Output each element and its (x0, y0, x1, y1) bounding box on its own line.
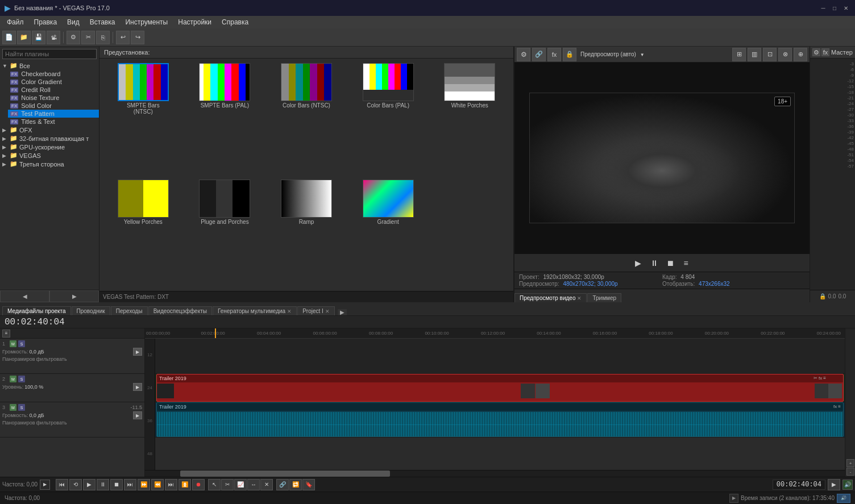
tab-project-close[interactable]: ✕ (325, 309, 330, 314)
tree-item-32bit[interactable]: ▶ 📁 32-битная плавающая т (0, 134, 99, 143)
menu-edit[interactable]: Правка (30, 17, 62, 27)
track-2-vol-btn[interactable]: ▶ (133, 383, 142, 391)
tree-item-titles-text[interactable]: FX Titles & Text (8, 118, 99, 126)
tree-back-button[interactable]: ◀ (0, 290, 49, 302)
audio-clip-menu[interactable]: ≡ (838, 404, 841, 410)
tree-item-checkerboard[interactable]: FX Checkerboard (8, 70, 99, 78)
tree-item-test-pattern[interactable]: FX Test Pattern (8, 110, 99, 118)
tab-media-gen-close[interactable]: ✕ (287, 309, 292, 314)
video-clip-track2[interactable]: Trailer 2019 (156, 374, 844, 402)
preview-btn4[interactable]: 🔒 (563, 48, 576, 61)
new-button[interactable]: 📄 (2, 31, 16, 44)
pause-button[interactable]: ⏸ (648, 257, 661, 269)
snap-btn[interactable]: 🔗 (276, 479, 289, 490)
menu-button[interactable]: ≡ (680, 257, 692, 269)
audio-btn[interactable]: 🔊 (842, 480, 853, 490)
tab-transitions[interactable]: Переходы (111, 306, 148, 315)
settings-button[interactable]: ⚙ (67, 31, 80, 44)
audio-clip-track3[interactable]: Trailer 2019 fx ≡ (156, 402, 844, 437)
loop-btn[interactable]: 🔁 (289, 479, 302, 490)
mark-btn[interactable]: 🔖 (302, 479, 315, 490)
tab-trimmer[interactable]: Триммер (587, 293, 621, 302)
transport-stop[interactable]: ⏹ (110, 479, 123, 490)
transport-rw[interactable]: ⏪ (151, 479, 164, 490)
preview-btn2[interactable]: 🔗 (532, 48, 546, 61)
preview-fx-btn[interactable]: fx (547, 48, 561, 61)
effect-yellow-porches[interactable]: Yellow Porches (104, 180, 182, 286)
preview-mode-selector[interactable]: Предпросмотр (авто) ▼ (578, 51, 731, 57)
track-3-content[interactable]: Trailer 2019 fx ≡ (155, 402, 845, 438)
menu-tools[interactable]: Инструменты (121, 17, 172, 27)
clip-menu-icon[interactable]: ≡ (823, 376, 826, 381)
timeline-scrollbar-thumb[interactable] (180, 470, 390, 477)
transport-pause[interactable]: ⏸ (97, 479, 109, 490)
tool-split[interactable]: ✂ (221, 479, 234, 490)
statusbar-btn[interactable]: ▶ (729, 494, 738, 503)
tool-delete[interactable]: ✕ (260, 479, 273, 490)
copy-button[interactable]: ⎘ (96, 31, 110, 44)
clip-fx-icon[interactable]: fx (819, 376, 822, 381)
transport-loop[interactable]: ⟲ (69, 479, 82, 490)
master-settings-btn[interactable]: ⚙ (812, 48, 820, 56)
tree-item-third-party[interactable]: ▶ 📁 Третья сторона (0, 160, 99, 168)
effect-color-bars-ntsc[interactable]: Color Bars (NTSC) (267, 63, 346, 176)
tree-item-ofx[interactable]: ▶ 📁 OFX (0, 126, 99, 134)
track-2-mute[interactable]: M (10, 376, 16, 382)
track-2-content[interactable]: Trailer 2019 (155, 374, 845, 402)
tree-forward-button[interactable]: ▶ (49, 290, 99, 302)
tab-media[interactable]: Медиафайлы проекта (2, 306, 71, 315)
minimize-button[interactable]: ─ (819, 3, 828, 13)
undo-button[interactable]: ↩ (116, 31, 130, 44)
tab-video-fx[interactable]: Видеоспецэффекты (148, 306, 212, 315)
transport-next-marker[interactable]: ⏭ (165, 479, 177, 490)
timecode-nav[interactable]: ▶ (828, 479, 840, 490)
track-3-mute[interactable]: M (10, 404, 16, 411)
scissors-button[interactable]: ✂ (81, 31, 95, 44)
frequency-lock-btn[interactable]: ▶ (40, 480, 50, 490)
transport-go-start[interactable]: ⏮ (56, 479, 68, 490)
redo-button[interactable]: ↪ (131, 31, 144, 44)
menu-view[interactable]: Вид (63, 17, 84, 27)
menu-help[interactable]: Справка (217, 17, 253, 27)
tree-item-color-gradient[interactable]: FX Color Gradient (8, 78, 99, 86)
tab-video-preview[interactable]: Предпросмотр видео ✕ (514, 293, 587, 302)
maximize-button[interactable]: □ (830, 3, 839, 13)
tabs-scroll-right[interactable]: ▶ (338, 309, 347, 315)
zoom-in-btn[interactable]: + (846, 459, 854, 467)
play-button[interactable]: ▶ (632, 257, 645, 269)
open-button[interactable]: 📁 (17, 31, 31, 44)
preview-settings-btn[interactable]: ⚙ (517, 48, 530, 61)
track-3-vol-btn[interactable]: ▶ (133, 411, 142, 419)
track-3-solo[interactable]: S (18, 404, 25, 411)
search-input[interactable] (2, 49, 97, 59)
tree-item-solid-color[interactable]: FX Solid Color (8, 102, 99, 110)
track-1-solo[interactable]: S (18, 340, 25, 347)
tab-explorer[interactable]: Проводник (72, 306, 110, 315)
tab-media-gen[interactable]: Генераторы мультимедиа ✕ (213, 306, 297, 315)
tree-item-noise-texture[interactable]: FX Noise Texture (8, 94, 99, 102)
timeline-menu-btn[interactable]: ≡ (2, 330, 10, 338)
clip-cut-icon[interactable]: ✂ (814, 376, 817, 381)
tree-item-vegas[interactable]: ▶ 📁 VEGAS (0, 151, 99, 160)
tool-envelope[interactable]: 📈 (234, 479, 247, 490)
effect-white-porches[interactable]: White Porches (430, 63, 509, 176)
audio-clip-fx[interactable]: fx (833, 404, 837, 410)
effect-gradient[interactable]: Gradient (349, 180, 428, 286)
tool-select[interactable]: ↖ (208, 479, 221, 490)
transport-ff[interactable]: ⏩ (138, 479, 150, 490)
render-button[interactable]: 📽 (47, 31, 60, 44)
transport-go-end[interactable]: ⏭ (124, 479, 136, 490)
zoom-out-btn[interactable]: - (846, 468, 854, 476)
master-fx-btn[interactable]: fx (821, 48, 829, 56)
transport-play[interactable]: ▶ (83, 479, 96, 490)
effect-color-bars-pal[interactable]: Color Bars (PAL) (349, 63, 428, 176)
menu-settings[interactable]: Настройки (173, 17, 216, 27)
tracks-content[interactable]: 12243648 Trailer 2019 (145, 339, 845, 470)
close-button[interactable]: ✕ (841, 3, 850, 13)
menu-file[interactable]: Файл (2, 17, 28, 27)
menu-insert[interactable]: Вставка (85, 17, 120, 27)
tree-item-gpu[interactable]: ▶ 📁 GPU-ускорение (0, 143, 99, 151)
transport-jog[interactable]: ⏫ (179, 479, 191, 490)
preview-btn9[interactable]: ⊕ (794, 48, 807, 61)
preview-btn6[interactable]: ▥ (748, 48, 761, 61)
